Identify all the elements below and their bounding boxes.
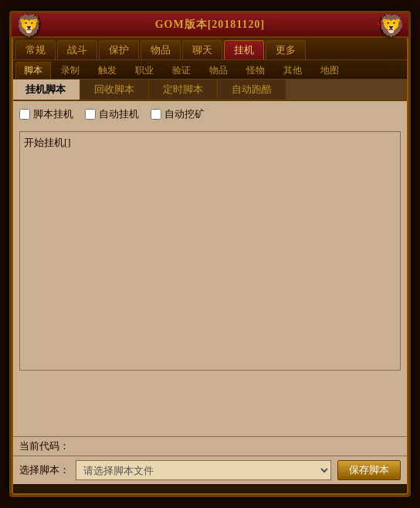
subtab-guai[interactable]: 怪物 [238,62,273,79]
checkbox-jiaoben-guaji[interactable]: 脚本挂机 [19,107,73,121]
select-script-label: 选择脚本： [19,463,69,477]
content-tabs: 挂机脚本 回收脚本 定时脚本 自动跑酷 [12,80,408,101]
script-select[interactable]: 请选择脚本文件 [76,460,331,480]
lion-left-decoration: 🦁 [15,13,42,39]
window-title: GOM版本[20181120] [155,18,266,32]
checkbox-zidong-kuangwu-input[interactable] [151,109,161,120]
bottom-row: 选择脚本： 请选择脚本文件 保存脚本 [12,456,408,484]
subtab-qita[interactable]: 其他 [275,62,310,79]
subtab-wupin2[interactable]: 物品 [201,62,236,79]
script-editor[interactable]: 开始挂机[] [19,131,401,371]
title-bar: GOM版本[20181120] ♥ ✕ [12,13,408,38]
lion-right-decoration: 🦁 [378,13,405,39]
checkboxes-row: 脚本挂机 自动挂机 自动挖矿 [12,101,408,127]
tab-wupin[interactable]: 物品 [141,40,181,59]
subtab-jiaoben[interactable]: 脚本 [15,62,51,79]
checkbox-zidong-guaji-input[interactable] [85,109,96,120]
checkbox-jiaoben-guaji-label: 脚本挂机 [33,107,73,121]
status-bar: 当前代码： [12,436,408,456]
content-tab-zidong-pao[interactable]: 自动跑酷 [218,80,286,100]
subtab-zhiye[interactable]: 职业 [127,62,162,79]
main-window: 🦁 🦁 GOM版本[20181120] ♥ ✕ 常规 战斗 保护 物品 聊天 挂… [9,11,411,497]
tab-liaotian[interactable]: 聊天 [182,40,222,59]
checkbox-zidong-guaji-label: 自动挂机 [99,107,139,121]
content-tab-guaji-jiaoben[interactable]: 挂机脚本 [12,80,80,100]
main-nav: 常规 战斗 保护 物品 聊天 挂机 更多 [12,38,408,60]
subtab-yanzheng[interactable]: 验证 [164,62,199,79]
checkbox-zidong-guaji[interactable]: 自动挂机 [85,107,139,121]
checkbox-zidong-kuangwu-label: 自动挖矿 [164,107,205,121]
subtab-chufa[interactable]: 触发 [90,62,125,79]
tab-gengduo[interactable]: 更多 [266,40,306,59]
tab-changjian[interactable]: 常规 [15,40,56,59]
sub-nav: 脚本 录制 触发 职业 验证 物品 怪物 其他 地图 [12,60,408,80]
subtab-ditu[interactable]: 地图 [312,62,347,79]
current-code-label: 当前代码： [19,440,69,452]
content-tab-huishou[interactable]: 回收脚本 [80,80,149,100]
save-script-button[interactable]: 保存脚本 [337,460,401,480]
checkbox-zidong-kuangwu[interactable]: 自动挖矿 [151,107,205,121]
subtab-luzhi[interactable]: 录制 [52,62,88,79]
tab-guaji[interactable]: 挂机 [224,40,264,59]
content-tab-dingshi[interactable]: 定时脚本 [149,80,218,100]
checkbox-jiaoben-guaji-input[interactable] [19,109,30,120]
content-area: 开始挂机[] [12,127,408,436]
tab-baohu[interactable]: 保护 [99,40,139,59]
tab-zhandou[interactable]: 战斗 [57,40,97,59]
